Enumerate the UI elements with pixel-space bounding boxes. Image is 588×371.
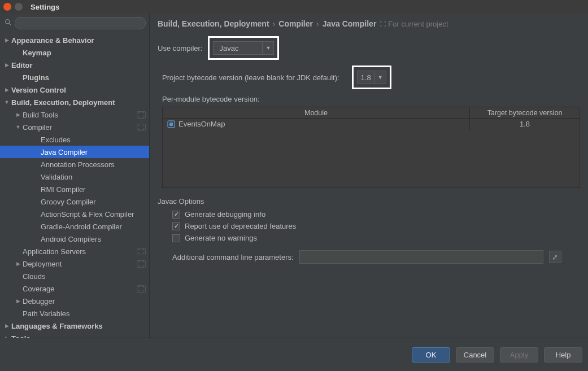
breadcrumb-part[interactable]: Build, Execution, Deployment — [158, 19, 269, 28]
module-name: EventsOnMap — [178, 119, 225, 130]
checkbox-icon[interactable] — [172, 234, 180, 242]
checkbox-row[interactable]: Generate no warnings — [172, 234, 580, 242]
project-badge-icon: ⛶ — [137, 248, 146, 255]
sidebar-item[interactable]: ▶Tools — [0, 332, 149, 338]
highlight-bytecode: 1.8 ▼ — [352, 66, 391, 89]
ok-button[interactable]: OK — [412, 347, 450, 363]
sidebar-item-label: Appearance & Behavior — [11, 36, 94, 45]
sidebar-item[interactable]: Groovy Compiler — [0, 195, 149, 208]
sidebar-item[interactable]: Gradle-Android Compiler — [0, 220, 149, 233]
sidebar-item-label: Validation — [41, 173, 72, 181]
additional-params-label: Additional command line parameters: — [172, 253, 294, 261]
module-icon — [167, 120, 175, 128]
chevron-down-icon: ▼ — [15, 124, 21, 130]
help-button[interactable]: Help — [544, 347, 582, 363]
sidebar-item-label: Languages & Frameworks — [11, 322, 103, 330]
sidebar-item-label: Path Variables — [23, 309, 70, 318]
sidebar-item[interactable]: ▶Languages & Frameworks — [0, 320, 149, 332]
project-bytecode-label: Project bytecode version (leave blank fo… — [162, 73, 339, 82]
checkbox-row[interactable]: Generate debugging info — [172, 210, 580, 219]
sidebar-item-label: Compiler — [23, 123, 52, 132]
checkbox-icon[interactable] — [172, 222, 180, 230]
chevron-right-icon: ▶ — [15, 112, 21, 117]
use-compiler-value: Javac — [214, 44, 262, 53]
sidebar-item[interactable]: ▼Build, Execution, Deployment — [0, 96, 149, 108]
sidebar-item-label: Build Tools — [23, 111, 58, 119]
checkbox-row[interactable]: Report use of deprecated features — [172, 222, 580, 230]
breadcrumb-current: Java Compiler — [323, 19, 377, 28]
sidebar-item[interactable]: ▶Version Control — [0, 84, 149, 96]
table-row[interactable]: EventsOnMap — [163, 119, 470, 130]
chevron-right-icon: ▶ — [3, 323, 10, 329]
window-title: Settings — [31, 3, 59, 11]
highlight-compiler: Javac ▼ — [208, 36, 279, 60]
sidebar-item[interactable]: ▶Build Tools⛶ — [0, 108, 149, 121]
close-icon[interactable] — [3, 3, 11, 11]
sidebar-item[interactable]: Keymap — [0, 46, 149, 59]
module-target-value[interactable]: 1.8 — [470, 119, 580, 130]
checkbox-icon[interactable] — [172, 211, 180, 219]
additional-params-input[interactable] — [299, 250, 543, 264]
sidebar-item[interactable]: ActionScript & Flex Compiler — [0, 208, 149, 220]
project-badge-icon: ⛶ — [137, 124, 146, 131]
sidebar-item[interactable]: ▶Deployment⛶ — [0, 257, 149, 270]
sidebar-item[interactable]: RMI Compiler — [0, 183, 149, 195]
search-input[interactable] — [15, 17, 146, 29]
breadcrumb-part[interactable]: Compiler — [278, 19, 313, 28]
sidebar-item[interactable]: Java Compiler — [0, 146, 149, 158]
module-table: Module EventsOnMap Target bytecode versi… — [162, 107, 580, 188]
column-module[interactable]: Module — [163, 107, 470, 119]
cancel-button[interactable]: Cancel — [456, 347, 494, 363]
minimize-icon[interactable] — [15, 3, 23, 11]
sidebar-item-label: Application Servers — [23, 247, 86, 256]
project-bytecode-value: 1.8 — [358, 73, 374, 82]
breadcrumb: Build, Execution, Deployment › Compiler … — [158, 19, 580, 28]
sidebar-item[interactable]: Annotation Processors — [0, 158, 149, 171]
sidebar-item[interactable]: ▼Compiler⛶ — [0, 121, 149, 133]
svg-point-0 — [5, 20, 9, 24]
search-icon — [3, 19, 12, 28]
project-badge-icon: ⛶ — [137, 285, 146, 293]
button-bar: OK Cancel Apply Help — [0, 338, 588, 371]
sidebar-item[interactable]: Coverage⛶ — [0, 282, 149, 295]
sidebar-item[interactable]: Android Compilers — [0, 233, 149, 245]
sidebar-item[interactable]: ▶Debugger — [0, 295, 149, 307]
sidebar-item[interactable]: Clouds — [0, 270, 149, 282]
checkbox-label: Generate no warnings — [185, 234, 257, 242]
apply-button[interactable]: Apply — [500, 347, 538, 363]
sidebar-item-label: Android Compilers — [41, 235, 101, 243]
sidebar-item-label: Clouds — [23, 272, 45, 281]
sidebar-item-label: Plugins — [23, 73, 49, 82]
chevron-down-icon: ▼ — [262, 42, 273, 54]
chevron-down-icon: ▼ — [3, 99, 10, 105]
sidebar-item-label: Build, Execution, Deployment — [11, 98, 115, 107]
project-bytecode-dropdown[interactable]: 1.8 ▼ — [357, 71, 386, 84]
sidebar-item[interactable]: ▶Appearance & Behavior — [0, 34, 149, 46]
svg-line-1 — [9, 23, 11, 25]
titlebar: Settings — [0, 0, 588, 14]
sidebar-item[interactable]: Plugins — [0, 71, 149, 84]
project-badge-icon: ⛶ — [137, 111, 146, 119]
svg-rect-3 — [169, 123, 173, 126]
sidebar-item[interactable]: ▶Editor — [0, 59, 149, 71]
sidebar-item[interactable]: Application Servers⛶ — [0, 245, 149, 257]
main-panel: Build, Execution, Deployment › Compiler … — [150, 14, 588, 338]
sidebar-item-label: Excludes — [41, 136, 71, 144]
checkbox-label: Generate debugging info — [185, 210, 265, 219]
settings-tree: ▶Appearance & BehaviorKeymap▶EditorPlugi… — [0, 33, 149, 338]
sidebar-item[interactable]: Path Variables — [0, 307, 149, 320]
chevron-right-icon: ▶ — [15, 261, 21, 267]
sidebar-item-label: Debugger — [23, 297, 55, 305]
expand-icon[interactable]: ⤢ — [549, 251, 561, 263]
use-compiler-dropdown[interactable]: Javac ▼ — [213, 41, 274, 55]
sidebar-item[interactable]: Validation — [0, 171, 149, 183]
sidebar-item-label: Groovy Compiler — [41, 198, 96, 206]
chevron-right-icon: › — [273, 19, 276, 28]
per-module-label: Per-module bytecode version: — [162, 95, 580, 103]
chevron-right-icon: ▶ — [3, 62, 10, 68]
chevron-right-icon: ▶ — [3, 37, 10, 43]
column-target[interactable]: Target bytecode version — [470, 107, 580, 119]
chevron-right-icon: › — [316, 19, 319, 28]
sidebar-item[interactable]: Excludes — [0, 133, 149, 146]
sidebar-item-label: Annotation Processors — [41, 160, 115, 169]
